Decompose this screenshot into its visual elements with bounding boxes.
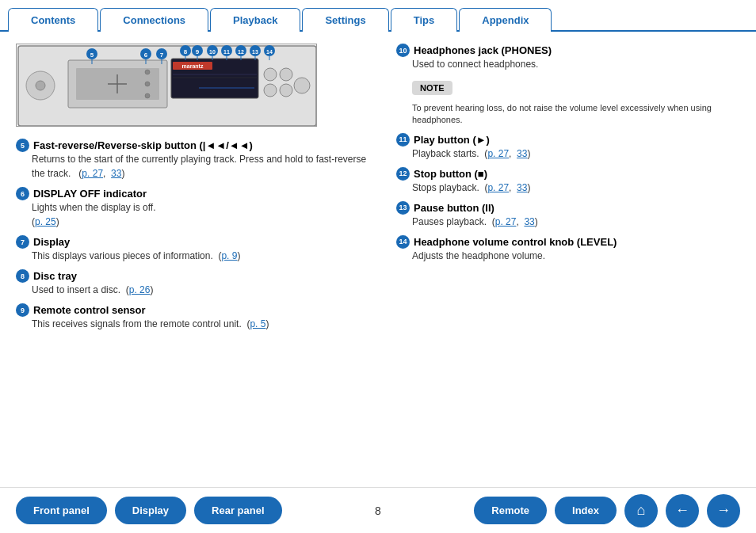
front-panel-button[interactable]: Front panel [16,497,107,524]
rear-panel-button[interactable]: Rear panel [194,497,281,524]
item-5-num: 5 [16,139,29,152]
svg-point-16 [280,84,292,97]
svg-text:8: 8 [184,48,188,55]
svg-point-13 [264,68,277,81]
item-12-body: Stops playback. (p. 27, 33) [412,181,740,195]
item-9-link1[interactable]: p. 5 [250,318,265,329]
svg-point-2 [36,81,45,90]
device-image: marantz 5 [16,44,317,127]
item-14-title: Headphone volume control knob (LEVEL) [414,236,617,248]
home-icon: ⌂ [637,502,646,519]
svg-point-18 [145,70,150,74]
item-9-title: Remote control sensor [33,304,146,316]
page-number: 8 [290,504,467,517]
svg-point-17 [294,78,310,93]
item-8-body: Used to insert a disc. (p. 26) [32,283,372,297]
item-6: 6 DISPLAY OFF indicator Lights when the … [16,187,372,229]
index-button[interactable]: Index [555,497,617,524]
item-8-title: Disc tray [33,270,77,282]
display-button[interactable]: Display [115,497,186,524]
item-5-link1[interactable]: p. 27 [82,168,103,179]
back-button[interactable]: ← [666,494,699,527]
left-column: marantz 5 [16,44,372,337]
note-label: NOTE [420,83,445,93]
item-10: 10 Headphones jack (PHONES) Used to conn… [396,44,740,127]
item-13-body: Pauses playback. (p. 27, 33) [412,215,740,229]
item-7-body: This displays various pieces of informat… [32,249,372,263]
back-icon: ← [675,502,689,519]
item-11-title: Play button (►) [414,134,490,146]
right-column: 10 Headphones jack (PHONES) Used to conn… [396,44,740,337]
svg-text:11: 11 [223,49,230,55]
item-6-num: 6 [16,187,29,200]
svg-point-15 [264,84,277,97]
tab-settings[interactable]: Settings [302,8,388,32]
svg-text:5: 5 [90,51,94,59]
remote-button[interactable]: Remote [474,497,547,524]
svg-text:10: 10 [209,49,216,55]
item-8-link1[interactable]: p. 26 [129,284,151,295]
svg-text:12: 12 [238,49,244,55]
tab-tips[interactable]: Tips [391,8,458,32]
home-button[interactable]: ⌂ [624,494,658,527]
bottom-navigation: Front panel Display Rear panel 8 Remote … [0,487,756,533]
item-10-title: Headphones jack (PHONES) [414,44,552,56]
svg-point-14 [280,68,292,81]
item-12-title: Stop button (■) [414,168,487,180]
note-box: NOTE [412,81,452,95]
main-content: marantz 5 [0,32,756,349]
item-13-num: 13 [396,201,410,215]
item-8-num: 8 [16,269,29,283]
top-navigation: Contents Connections Playback Settings T… [0,0,756,32]
item-14: 14 Headphone volume control knob (LEVEL)… [396,235,740,263]
item-12-link1[interactable]: p. 27 [487,182,509,193]
item-11-body: Playback starts. (p. 27, 33) [412,147,740,161]
item-14-body: Adjusts the headphone volume. [412,249,740,263]
item-5-body: Returns to the start of the currently pl… [32,152,372,181]
item-7: 7 Display This displays various pieces o… [16,235,372,263]
item-11-link1[interactable]: p. 27 [487,148,509,159]
item-5: 5 Fast-reverse/Reverse-skip button (|◄◄/… [16,139,372,181]
svg-text:marantz: marantz [182,63,204,69]
svg-text:9: 9 [196,48,200,55]
item-11-num: 11 [396,133,410,147]
item-12-num: 12 [396,167,410,181]
item-9: 9 Remote control sensor This receives si… [16,303,372,331]
item-10-body: Used to connect headphones. [412,57,740,71]
tab-appendix[interactable]: Appendix [459,8,552,32]
svg-text:13: 13 [252,49,258,55]
item-7-link1[interactable]: p. 9 [221,250,237,261]
item-11: 11 Play button (►) Playback starts. (p. … [396,133,740,161]
svg-text:6: 6 [144,51,148,59]
tab-playback[interactable]: Playback [210,8,300,32]
item-5-link2[interactable]: 33 [111,168,121,179]
forward-icon: → [716,502,731,519]
item-6-title: DISPLAY OFF indicator [33,188,147,200]
item-7-num: 7 [16,235,29,249]
item-13-title: Pause button (II) [414,202,494,214]
tab-contents[interactable]: Contents [8,8,98,32]
item-6-body: Lights when the display is off. (p. 25) [32,200,372,229]
item-7-title: Display [33,236,70,248]
forward-button[interactable]: → [707,494,740,527]
item-5-title: Fast-reverse/Reverse-skip button (|◄◄/◄◄… [33,139,253,151]
tab-connections[interactable]: Connections [100,8,208,32]
item-13-link1[interactable]: p. 27 [495,216,517,227]
svg-text:7: 7 [160,51,164,59]
item-8: 8 Disc tray Used to insert a disc. (p. 2… [16,269,372,297]
item-12: 12 Stop button (■) Stops playback. (p. 2… [396,167,740,195]
svg-text:14: 14 [266,49,273,55]
note-text: To prevent hearing loss, do not raise th… [412,102,740,127]
item-13: 13 Pause button (II) Pauses playback. (p… [396,201,740,229]
item-12-link2[interactable]: 33 [517,182,527,193]
svg-point-19 [145,82,150,86]
item-6-link1[interactable]: p. 25 [35,216,56,227]
item-14-num: 14 [396,235,410,249]
item-11-link2[interactable]: 33 [517,148,527,159]
item-9-num: 9 [16,303,29,317]
svg-point-20 [145,93,150,98]
item-13-link2[interactable]: 33 [524,216,534,227]
item-10-num: 10 [396,44,410,57]
item-9-body: This receives signals from the remote co… [32,317,372,331]
